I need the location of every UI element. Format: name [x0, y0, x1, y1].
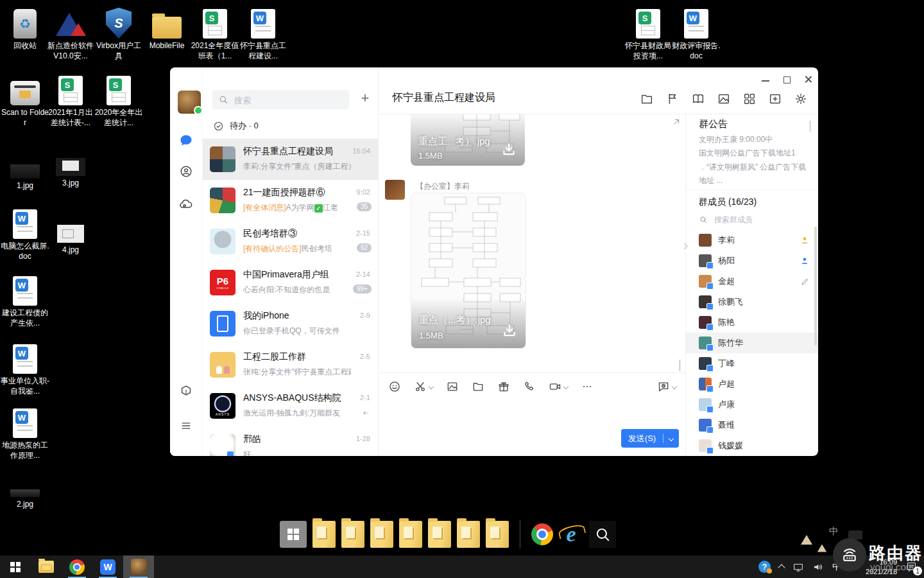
- cloud-files-icon[interactable]: [178, 197, 194, 212]
- desktop-icon-1jpg[interactable]: 1.jpg: [0, 145, 50, 191]
- dock-folder-icon[interactable]: [341, 521, 364, 548]
- scrollbar[interactable]: [814, 227, 817, 346]
- todo-row[interactable]: 待办 · 0: [213, 120, 259, 132]
- desktop-icon-screenshot-doc[interactable]: W 电脑怎么截屏.doc: [0, 206, 50, 261]
- member-row[interactable]: 杨阳: [686, 250, 818, 271]
- send-image-icon[interactable]: [446, 380, 459, 393]
- member-row[interactable]: 钱媛媛: [686, 435, 818, 456]
- dock-folder-icon[interactable]: [370, 521, 393, 548]
- dock-folder-icon[interactable]: [457, 521, 480, 548]
- member-row[interactable]: 陈竹华: [686, 333, 818, 353]
- download-icon[interactable]: [501, 322, 518, 342]
- chat-item[interactable]: 我的iPhone 2-9 你已登录手机QQ，可传文件: [203, 303, 378, 344]
- menu-hamburger-icon[interactable]: [178, 418, 194, 434]
- group-notice-body[interactable]: 文明办王康 9:00:00中 国文明网公益广告下载地址1 ．“讲文明树新风” 公…: [699, 133, 810, 188]
- desktop-icon-construction-debt-doc[interactable]: W 建设工程债的产生依...: [0, 272, 50, 328]
- contacts-tab-icon[interactable]: [178, 164, 194, 179]
- member-row[interactable]: 聂维: [686, 415, 818, 435]
- member-row[interactable]: 卢超: [686, 374, 818, 394]
- member-search-input[interactable]: [713, 215, 792, 225]
- chat-item[interactable]: ANSYS ANSYS-ABAQUS结构院 2-1 激光运用-独孤九剑:万能群友: [203, 385, 378, 426]
- screenshot-scissors-icon[interactable]: [414, 380, 433, 393]
- send-button[interactable]: 发送(S): [621, 429, 679, 448]
- desktop-icon-3jpg[interactable]: 3.jpg: [46, 143, 96, 189]
- gift-icon[interactable]: [497, 380, 510, 393]
- desktop-icon-finance-xls[interactable]: S 怀宁县财政局投资项...: [623, 5, 673, 61]
- album-icon[interactable]: [691, 92, 705, 109]
- action-center-icon[interactable]: 1: [905, 561, 918, 573]
- desktop-icon-scan-to-folder[interactable]: Scan to Folder: [0, 72, 50, 128]
- apps-box-icon[interactable]: [178, 383, 194, 399]
- desktop-icon-heat-pump-doc[interactable]: W 地源热泵的工作原理...: [0, 405, 50, 460]
- download-icon[interactable]: [501, 141, 517, 161]
- expand-arrow-icon[interactable]: [672, 117, 681, 129]
- dock-folder-icon[interactable]: [399, 521, 422, 548]
- desktop-icon-huaining-doc[interactable]: W 怀宁县重点工程建设...: [238, 5, 288, 61]
- search-box[interactable]: [212, 90, 349, 109]
- desktop-icon-xindian-app[interactable]: 新点造价软件V10.0安...: [46, 5, 96, 61]
- chat-item[interactable]: 怀宁县重点工程建设局 15:04 李莉:分享文件"重点（房建工程）: [203, 139, 378, 180]
- file-explorer-icon[interactable]: [31, 556, 62, 578]
- send-options-chevron[interactable]: [663, 437, 679, 441]
- chat-item[interactable]: 民创考培群③ 2-15 [有待确认的公告]民创考培 62: [203, 221, 378, 262]
- message-history-icon[interactable]: [657, 380, 676, 393]
- desktop-icon-recycle-bin[interactable]: ♻ 回收站: [0, 5, 50, 51]
- member-row[interactable]: 卢康: [686, 394, 818, 415]
- volume-icon[interactable]: [812, 561, 824, 573]
- add-panel-icon[interactable]: [768, 92, 782, 109]
- member-row[interactable]: 丁峰: [686, 353, 818, 374]
- messages-tab-icon[interactable]: [178, 133, 194, 148]
- desktop-icon-self-appraisal-doc[interactable]: W 事业单位入职-自我鉴...: [0, 340, 50, 396]
- member-row[interactable]: 徐鹏飞: [686, 292, 818, 312]
- dock-folder-icon[interactable]: [428, 521, 451, 548]
- search-magnifier-icon[interactable]: [589, 521, 616, 548]
- apps-grid-icon[interactable]: [742, 92, 757, 109]
- search-input[interactable]: [233, 90, 345, 110]
- add-button[interactable]: +: [357, 91, 373, 107]
- flag-icon[interactable]: [665, 92, 680, 109]
- network-icon[interactable]: [792, 561, 804, 573]
- emoji-icon[interactable]: [388, 380, 401, 393]
- member-row[interactable]: 李莉: [686, 230, 818, 250]
- wps-tray-icon[interactable]: S: [850, 560, 857, 574]
- close-button[interactable]: [804, 75, 812, 83]
- image-message[interactable]: 重点（...考）.jpg 1.5MB: [411, 193, 526, 349]
- shared-files-icon[interactable]: [640, 92, 654, 109]
- scroll-down-icon[interactable]: [680, 360, 680, 371]
- desktop-icon-virbox[interactable]: S Virbox用户工具: [94, 5, 144, 61]
- edit-pencil-icon[interactable]: [800, 277, 810, 286]
- internet-explorer-icon[interactable]: e: [559, 521, 583, 547]
- wps-taskbar-icon[interactable]: W: [92, 556, 123, 578]
- photos-icon[interactable]: [717, 92, 731, 109]
- notice-chevron-icon[interactable]: [810, 121, 810, 132]
- chat-item[interactable]: 21一建面授押题群⑥ 9:02 [有全体消息]A为学网✓江老 35: [203, 180, 378, 221]
- ime-indicator[interactable]: 中: [832, 561, 841, 573]
- desktop-icon-4jpg[interactable]: 4.jpg: [46, 209, 96, 256]
- member-row[interactable]: 陈艳: [686, 312, 818, 333]
- avatar[interactable]: [178, 91, 201, 114]
- dock-launcher-icon[interactable]: [280, 521, 307, 548]
- dock-folder-icon[interactable]: [312, 521, 336, 548]
- chat-item[interactable]: 邢皓 1-28 好: [203, 426, 378, 456]
- sender-avatar[interactable]: [385, 180, 405, 200]
- qq-taskbar-icon[interactable]: [123, 556, 154, 578]
- hidden-icons-chevron[interactable]: [779, 563, 784, 570]
- help-tray-icon[interactable]: ?: [758, 561, 771, 573]
- chat-item[interactable]: P6ORACLE 中国Primavera用户组 2-14 心若向阳:不知道你的也…: [203, 262, 378, 303]
- desktop-icon-trip-2020-xls[interactable]: S 2020年全年出差统计...: [94, 72, 144, 128]
- taskbar-clock[interactable]: 16:09 2021/2/18: [866, 557, 897, 576]
- dock-folder-icon[interactable]: [486, 521, 509, 548]
- member-row[interactable]: 金超: [686, 271, 818, 292]
- desktop-icon-mobilefile[interactable]: MobileFile: [142, 5, 192, 51]
- start-button[interactable]: [0, 556, 31, 578]
- desktop-icon-2jpg[interactable]: 2.jpg: [0, 480, 50, 510]
- chrome-icon[interactable]: [531, 523, 553, 545]
- more-actions-icon[interactable]: [581, 380, 594, 393]
- desktop-icon-duty-roster-xls[interactable]: S 2021全年度值班表（1...: [190, 5, 240, 61]
- image-message[interactable]: 重点工...考）.jpg 1.5MB: [411, 114, 525, 166]
- desktop-icon-review-report-doc[interactable]: W 财政评审报告.doc: [671, 5, 721, 61]
- member-search-box[interactable]: [699, 215, 792, 225]
- send-file-icon[interactable]: [472, 380, 484, 393]
- chat-item[interactable]: 工程二股工作群 2-5 张纯:分享文件"怀宁县重点工程建: [203, 344, 378, 385]
- voice-call-icon[interactable]: [523, 380, 536, 393]
